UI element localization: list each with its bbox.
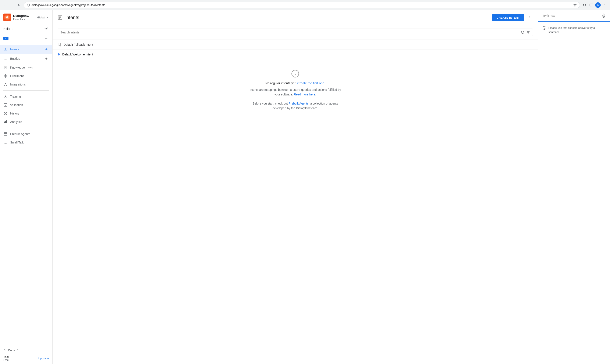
sidebar-item-intents[interactable]: Intents [0,45,52,54]
nav-divider-1 [3,90,49,91]
empty-state-desc: Intents are mappings between a user's qu… [249,87,341,97]
prebuilt-agents-icon [3,132,8,136]
sidebar-item-training[interactable]: Training [0,92,52,101]
star-icon[interactable] [573,3,577,7]
svg-rect-24 [4,122,5,123]
user-avatar[interactable]: n [595,2,601,8]
create-intent-button[interactable]: CREATE INTENT [492,14,524,21]
sidebar-item-fulfillment[interactable]: Fulfillment [0,72,52,80]
chevron-right-icon [3,349,6,352]
intents-icon [3,47,8,52]
nav-buttons: ← → ↻ [2,2,22,8]
sidebar-item-small-talk[interactable]: Small Talk [0,138,52,147]
add-intent-button[interactable] [44,47,49,52]
svg-rect-30 [4,141,7,143]
try-it-header [538,10,610,22]
sidebar-item-analytics[interactable]: Analytics [0,118,52,126]
training-icon [3,94,8,99]
sidebar-item-integrations[interactable]: Integrations [0,80,52,89]
chevron-down-icon [46,16,49,19]
agent-name[interactable]: Hello [3,27,14,30]
docs-item[interactable]: Docs [3,347,49,354]
prebuilt-agents-label: Prebuilt Agents [10,132,30,136]
agent-settings-button[interactable] [43,26,49,32]
svg-point-17 [5,84,6,85]
svg-rect-25 [5,121,6,123]
filter-icon[interactable] [526,30,530,34]
intents-label: Intents [10,48,19,51]
create-first-link[interactable]: Create the first one. [297,81,325,85]
validation-icon [3,103,8,107]
address-bar[interactable] [24,2,580,8]
read-more-link[interactable]: Read more here [294,93,315,96]
page-title-area: Intents [58,15,79,20]
nav-section: Intents Entities Knowled [0,43,52,148]
global-selector[interactable]: Global [37,16,49,19]
svg-point-9 [6,16,8,18]
search-input[interactable] [60,31,519,34]
menu-button[interactable]: ⋮ [601,2,608,8]
microphone-icon[interactable] [601,13,606,18]
search-icon[interactable] [521,30,525,34]
more-options-button[interactable]: ⋮ [526,13,533,22]
forward-button[interactable]: → [9,2,15,8]
global-label: Global [37,16,45,19]
try-it-content: Please use test console above to try a s… [538,22,610,38]
logo-text: Dialogflow Essentials [13,14,29,21]
welcome-dot [58,53,60,55]
logo-icon [3,13,11,21]
main-header: Intents CREATE INTENT ⋮ [53,10,538,25]
add-language-button[interactable] [43,36,49,41]
info-circle-icon [542,26,546,30]
prebuilt-agents-link[interactable]: Prebuilt Agents [288,102,308,105]
external-link-icon [17,349,19,351]
knowledge-icon [3,65,8,70]
sidebar-item-entities[interactable]: Entities [0,54,52,63]
svg-point-0 [27,4,30,6]
svg-rect-1 [583,4,584,5]
trial-section: Trial Free Upgrade [3,354,49,362]
language-badge[interactable]: en [3,37,9,40]
sidebar-item-history[interactable]: History [0,109,52,118]
intents-list: Default Fallback Intent Default Welcome … [53,40,538,59]
reload-button[interactable]: ↻ [16,2,22,8]
nav-divider-2 [3,128,49,128]
url-input[interactable] [32,3,572,7]
cast-button[interactable] [588,2,594,8]
language-section: en [0,34,52,43]
small-talk-label: Small Talk [10,141,24,144]
svg-rect-26 [6,120,7,123]
sidebar-header: Dialogflow Essentials Global [0,10,52,24]
sidebar-item-knowledge[interactable]: Knowledge [beta] [0,63,52,72]
try-it-input[interactable] [542,14,600,17]
history-icon [3,111,8,116]
knowledge-label: Knowledge [10,66,25,69]
extensions-button[interactable] [582,2,588,8]
plan-name: Trial [3,355,9,359]
intent-item-fallback[interactable]: Default Fallback Intent [53,40,538,50]
agent-actions [43,26,49,32]
fulfillment-label: Fulfillment [10,74,24,78]
browser-actions: n ⋮ [582,2,608,8]
browser-chrome: ← → ↻ n ⋮ [0,0,610,10]
entities-label: Entities [10,57,20,60]
svg-rect-4 [585,5,586,6]
analytics-icon [3,120,8,124]
svg-point-18 [5,83,6,84]
analytics-label: Analytics [10,120,22,124]
sidebar-item-prebuilt-agents[interactable]: Prebuilt Agents [0,130,52,138]
empty-state-prebuilt: Before you start, check out Prebuilt Age… [253,101,338,111]
back-button[interactable]: ← [2,2,9,8]
brand-sub: Essentials [13,18,29,21]
sidebar-item-validation[interactable]: Validation [0,101,52,109]
svg-rect-5 [590,4,593,6]
bookmark-icon [58,43,61,47]
upgrade-button[interactable]: Upgrade [38,357,49,360]
integrations-icon [3,82,8,87]
right-panel: Please use test console above to try a s… [538,10,610,364]
entities-icon [3,56,8,61]
add-entity-button[interactable] [44,56,49,61]
intent-item-welcome[interactable]: Default Welcome Intent [53,50,538,59]
svg-rect-2 [585,4,586,5]
fulfillment-icon [3,74,8,78]
